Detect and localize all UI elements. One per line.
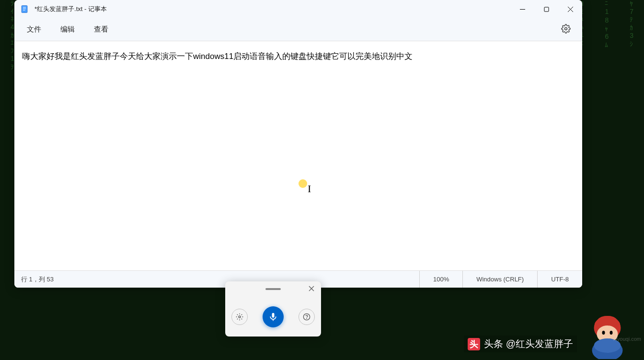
- voice-close-button[interactable]: [307, 283, 316, 295]
- svg-point-8: [565, 27, 567, 30]
- toutiao-label: 头条 @红头发蓝胖子: [484, 337, 573, 350]
- window-title: *红头发蓝胖子.txt - 记事本: [34, 5, 107, 13]
- notepad-app-icon: [20, 5, 29, 13]
- menu-edit[interactable]: 编辑: [53, 22, 82, 37]
- status-position: 行 1，列 53: [14, 275, 419, 284]
- text-content: 嗨大家好我是红头发蓝胖子今天给大家演示一下windows11启动语音输入的键盘快…: [22, 50, 575, 63]
- svg-rect-0: [22, 6, 27, 13]
- svg-rect-5: [544, 7, 549, 12]
- svg-point-13: [307, 318, 307, 319]
- text-cursor-icon: I: [308, 183, 311, 195]
- menubar: 文件 编辑 查看: [14, 18, 582, 41]
- microphone-icon: [268, 312, 278, 322]
- voice-input-panel[interactable]: [225, 281, 321, 337]
- help-icon: [303, 313, 310, 321]
- voice-help-button[interactable]: [299, 309, 315, 325]
- gear-icon: [236, 313, 243, 321]
- status-line-ending[interactable]: Windows (CRLF): [462, 271, 537, 288]
- status-zoom[interactable]: 100%: [419, 271, 462, 288]
- text-editor[interactable]: 嗨大家好我是红头发蓝胖子今天给大家演示一下windows11启动语音输入的键盘快…: [14, 41, 582, 270]
- voice-mic-button[interactable]: [263, 306, 284, 327]
- settings-button[interactable]: [558, 21, 574, 38]
- voice-drag-handle[interactable]: [265, 288, 281, 290]
- site-watermark: idyouqi.com: [613, 336, 641, 342]
- menu-file[interactable]: 文件: [19, 22, 49, 37]
- voice-settings-button[interactable]: [231, 309, 248, 325]
- avatar-image: [582, 311, 632, 359]
- toutiao-watermark: 头 头条 @红头发蓝胖子: [464, 336, 577, 352]
- minimize-button[interactable]: [510, 0, 534, 18]
- titlebar[interactable]: *红头发蓝胖子.txt - 记事本: [14, 0, 582, 18]
- notepad-window: *红头发蓝胖子.txt - 记事本 文件 编辑 查看 嗨: [14, 0, 582, 288]
- close-button[interactable]: [558, 0, 582, 18]
- cursor-highlight: [299, 179, 307, 188]
- toutiao-icon: 头: [468, 338, 480, 350]
- maximize-button[interactable]: [534, 0, 558, 18]
- svg-point-17: [610, 331, 613, 335]
- close-icon: [309, 286, 314, 291]
- gear-icon: [561, 24, 571, 34]
- status-encoding[interactable]: UTF-8: [537, 271, 582, 288]
- svg-point-16: [602, 331, 605, 335]
- svg-point-11: [239, 316, 241, 318]
- menu-view[interactable]: 查看: [86, 22, 116, 37]
